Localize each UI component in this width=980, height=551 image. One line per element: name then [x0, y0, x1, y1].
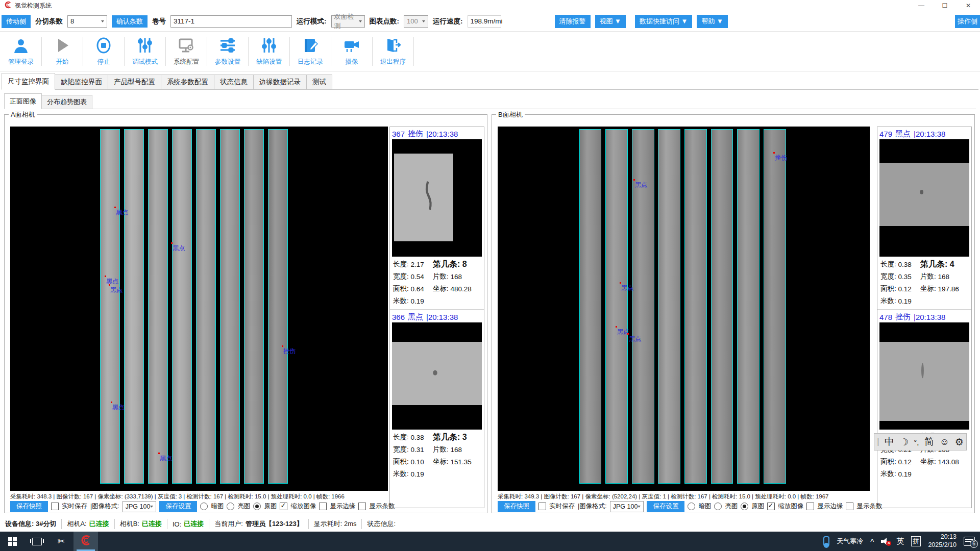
system-config-button[interactable]: 系统配置	[168, 37, 204, 66]
data-quick-access-button[interactable]: 数据快捷访问 ▼	[635, 15, 692, 28]
camera-b-status-line: 采集耗时: 349.3 | 图像计数: 167 | 像素坐标: (5202,24…	[498, 493, 873, 500]
realtime-save-checkbox[interactable]	[51, 503, 59, 510]
camera-view-button[interactable]: 摄像	[334, 37, 370, 66]
run-speed-label: 运行速度:	[433, 17, 463, 26]
stop-button[interactable]: 停止	[86, 37, 121, 66]
defect-stats: 长度: 2.17 第几条: 8 宽度: 0.54 片数: 168 面积: 0.6…	[392, 257, 482, 307]
view-menu-button[interactable]: 视图 ▼	[595, 15, 626, 28]
taskbar-clock[interactable]: 20:13 2025/2/10	[928, 533, 957, 549]
film-strip	[196, 129, 216, 484]
show-count-checkbox[interactable]	[846, 503, 853, 510]
show-edges-checkbox[interactable]	[319, 503, 327, 510]
image-format-label: |图像格式:	[90, 502, 119, 511]
bright-image-radio[interactable]	[227, 503, 234, 510]
scratch-mark	[392, 139, 482, 257]
image-format-select[interactable]: JPG 100	[122, 501, 157, 512]
tab-front-image[interactable]: 正面图像	[4, 93, 42, 109]
ime-punctuation-button[interactable]: °,	[914, 438, 919, 446]
debug-mode-button[interactable]: 调试模式	[127, 37, 163, 66]
start-button[interactable]: 开始	[44, 37, 80, 66]
close-button[interactable]: ✕	[957, 0, 980, 11]
task-view-button[interactable]	[24, 532, 49, 551]
notification-center-icon[interactable]: 6	[964, 537, 975, 546]
tab-defect-monitor[interactable]: 缺陷监控界面	[55, 74, 108, 90]
thermometer-icon[interactable]	[823, 536, 829, 546]
tab-distribution-trend-chart[interactable]: 分布趋势图表	[41, 95, 92, 109]
divider	[877, 309, 971, 310]
chevron-down-icon	[101, 20, 104, 22]
save-snapshot-button[interactable]: 保存快照	[10, 501, 48, 512]
chart-points-label: 图表点数:	[370, 17, 400, 26]
ime-grip[interactable]: |	[877, 437, 879, 446]
slit-count-select[interactable]: 8	[67, 15, 107, 28]
help-menu-button[interactable]: 帮助 ▼	[697, 15, 727, 28]
show-count-checkbox[interactable]	[358, 503, 366, 510]
dark-image-radio[interactable]	[688, 503, 695, 510]
defect-label: 黑点	[116, 208, 128, 217]
chart-points-select[interactable]: 100	[404, 15, 428, 28]
clear-alarm-button[interactable]: 清除报警	[555, 15, 591, 28]
chevron-down-icon	[150, 506, 153, 508]
speaker-muted-icon[interactable]: ✕	[881, 538, 889, 545]
tab-status-info[interactable]: 状态信息	[214, 74, 254, 90]
clock-time: 20:13	[941, 533, 957, 541]
ime-indicator[interactable]: 拼	[911, 536, 921, 546]
transmission-side-button[interactable]: 传动侧	[2, 15, 31, 28]
play-icon	[54, 37, 71, 56]
ime-settings-gear-icon[interactable]: ⚙	[955, 436, 964, 448]
snipping-tool-button[interactable]: ✂	[49, 532, 74, 551]
camera-b-title: B面相机	[496, 110, 525, 119]
v-sliders-icon	[260, 37, 278, 56]
operation-side-button[interactable]: 操作侧	[955, 15, 980, 28]
defect-settings-button[interactable]: 缺陷设置	[251, 37, 287, 66]
save-snapshot-button[interactable]: 保存快照	[498, 501, 535, 512]
save-settings-button[interactable]: 保存设置	[647, 501, 684, 512]
bright-image-radio[interactable]	[714, 503, 722, 510]
tab-size-monitor[interactable]: 尺寸监控界面	[2, 73, 55, 90]
defect-header: 367 挫伤 |20:13:38	[392, 129, 482, 139]
run-mode-label: 运行模式:	[297, 17, 327, 26]
weather-text[interactable]: 天气寒冷	[837, 537, 863, 546]
parameter-settings-button[interactable]: 参数设置	[210, 37, 246, 66]
admin-login-button[interactable]: 管理登录	[3, 37, 39, 66]
show-edges-checkbox[interactable]	[806, 503, 814, 510]
image-format-select[interactable]: JPG 100	[610, 501, 644, 512]
original-image-radio[interactable]	[741, 503, 748, 510]
realtime-save-checkbox[interactable]	[538, 503, 546, 510]
original-image-radio[interactable]	[253, 503, 261, 510]
ime-emoji-button[interactable]: ☺	[940, 436, 949, 447]
vision-app-taskbar-button[interactable]	[74, 532, 98, 551]
divider	[372, 37, 373, 66]
confirm-count-button[interactable]: 确认条数	[112, 15, 148, 28]
film-strip	[711, 129, 733, 484]
save-settings-button[interactable]: 保存设置	[159, 501, 197, 512]
roll-number-input[interactable]: 3117-1	[170, 15, 292, 28]
film-strip	[268, 129, 288, 484]
minimize-button[interactable]: —	[910, 0, 933, 11]
run-mode-select[interactable]: 双面检测	[331, 15, 365, 28]
hidden-icons-chevron[interactable]: ^	[870, 537, 874, 546]
start-button[interactable]	[0, 532, 24, 551]
ime-chinese-mode-button[interactable]: 中	[885, 435, 894, 448]
exit-program-button[interactable]: 退出程序	[375, 37, 411, 66]
zoom-image-checkbox[interactable]	[767, 503, 775, 510]
spot-mark	[879, 139, 969, 257]
icon-toolbar: 管理登录 开始 停止 调试模式 系统配置 参数设置 缺陷设置 日志记录	[0, 32, 980, 71]
tab-system-parameter-config[interactable]: 系统参数配置	[161, 74, 214, 90]
camera-a-defect-panel: 367 挫伤 |20:13:38 长度: 2.17 第几条: 8 宽度: 0.5…	[389, 127, 484, 508]
zoom-image-checkbox[interactable]	[280, 503, 287, 510]
defect-id: 479	[879, 130, 892, 138]
maximize-button[interactable]: ☐	[933, 0, 957, 11]
app-logo-icon	[80, 535, 91, 548]
app-logo-icon	[4, 1, 12, 11]
defect-type: 挫伤	[895, 312, 911, 322]
ime-moon-icon[interactable]: ☽	[900, 436, 909, 448]
language-indicator[interactable]: 英	[896, 537, 904, 546]
tab-edge-data-record[interactable]: 边缘数据记录	[253, 74, 307, 90]
tab-product-model-config[interactable]: 产品型号配置	[108, 74, 161, 90]
dark-image-radio[interactable]	[200, 503, 208, 510]
tab-test[interactable]: 测试	[306, 74, 332, 90]
film-strip	[764, 129, 786, 484]
log-record-button[interactable]: 日志记录	[292, 37, 328, 66]
ime-simplified-button[interactable]: 简	[924, 435, 934, 448]
